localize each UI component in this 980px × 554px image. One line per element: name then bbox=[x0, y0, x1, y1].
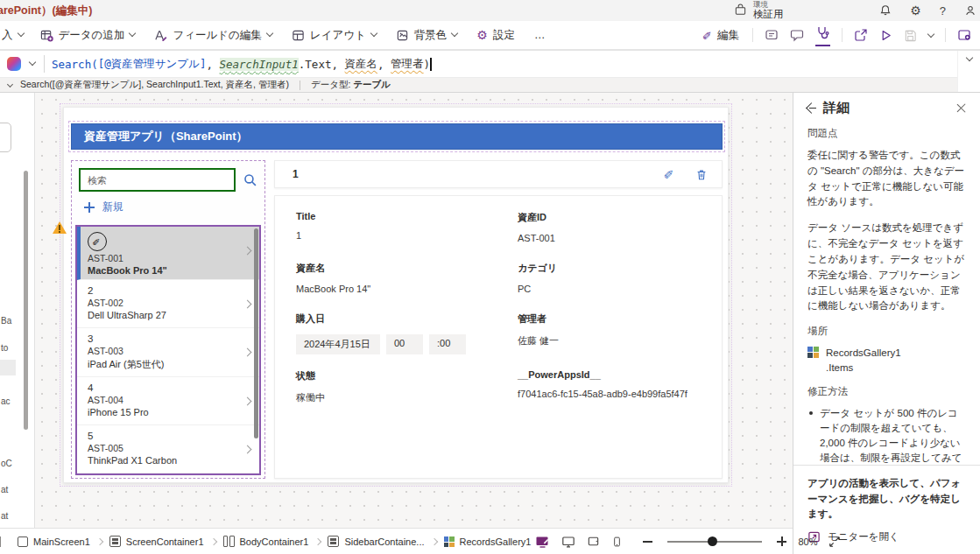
chevron-right-icon bbox=[209, 537, 216, 544]
gallery-item[interactable]: 5 AST-005 ThinkPad X1 Carbon bbox=[77, 425, 259, 473]
edit-mode-label: 編集 bbox=[717, 28, 739, 43]
app-checker-button[interactable] bbox=[815, 25, 830, 45]
publish-icon[interactable] bbox=[957, 28, 971, 42]
search-icon[interactable] bbox=[243, 172, 257, 187]
gallery-item[interactable]: 2 AST-002 Dell UltraSharp 27 bbox=[77, 280, 259, 328]
issue-section-label: 問題点 bbox=[807, 127, 966, 140]
more-icon: … bbox=[534, 29, 546, 41]
command-bar: 入 データの追加 フィールドの編集 レイアウト 背景色 ⚙ 設定 … ✎ 編集 bbox=[0, 21, 980, 50]
gallery-item[interactable]: 4 AST-004 iPhone 15 Pro bbox=[77, 377, 259, 425]
breadcrumb-item-bodycontainer[interactable]: BodyContainer1 bbox=[219, 536, 314, 547]
location-control-name[interactable]: RecordsGallery1 bbox=[826, 346, 901, 361]
new-record-button[interactable]: 新規 bbox=[84, 200, 123, 214]
chevron-down-icon bbox=[17, 30, 24, 37]
tablet-preview-icon[interactable] bbox=[587, 535, 600, 548]
add-data-menu[interactable]: データの追加 bbox=[31, 28, 145, 43]
chevron-right-icon[interactable] bbox=[243, 348, 252, 357]
account-person-icon[interactable] bbox=[964, 4, 976, 17]
formula-bar-expand-button[interactable] bbox=[957, 51, 980, 92]
chevron-down-icon[interactable] bbox=[7, 81, 13, 87]
desktop-preview-icon[interactable] bbox=[561, 535, 575, 549]
breadcrumb-label: BodyContainer1 bbox=[240, 536, 309, 547]
gallery-item-number: 4 bbox=[88, 382, 240, 393]
app-checker-notes-icon[interactable] bbox=[765, 28, 779, 42]
chevron-right-icon[interactable] bbox=[243, 445, 252, 453]
add-data-label: データの追加 bbox=[59, 28, 125, 43]
tree-toggle-fragment[interactable] bbox=[0, 536, 1, 547]
help-icon[interactable]: ? bbox=[940, 4, 946, 18]
background-color-menu[interactable]: 背景色 bbox=[386, 28, 468, 43]
zoom-out-icon[interactable] bbox=[643, 536, 652, 546]
zoom-in-icon[interactable] bbox=[777, 536, 786, 546]
chevron-right-icon[interactable] bbox=[243, 396, 252, 405]
app-header-bar[interactable]: 資産管理アプリ（SharePoint） bbox=[71, 123, 723, 150]
field-value: 1 bbox=[296, 230, 479, 241]
edit-fields-menu[interactable]: フィールドの編集 bbox=[145, 28, 281, 43]
share-icon[interactable] bbox=[854, 28, 868, 42]
zoom-slider-knob[interactable] bbox=[708, 536, 717, 546]
delete-record-trash-icon[interactable] bbox=[695, 168, 708, 181]
record-detail-form[interactable]: Title 1 資産ID AST-001 資産名 MacBook Pro 14"… bbox=[274, 195, 723, 479]
notifications-bell-icon[interactable] bbox=[879, 4, 892, 17]
zoom-slider[interactable] bbox=[667, 541, 762, 543]
formula-token-function: Search( bbox=[52, 58, 98, 71]
breadcrumb-item-mainscreen[interactable]: MainScreen1 bbox=[13, 536, 95, 547]
settings-menu[interactable]: ⚙ 設定 bbox=[467, 28, 525, 43]
gallery-item-selected[interactable]: ✎ AST-001 MacBook Pro 14" bbox=[77, 227, 259, 280]
edit-record-pencil-icon[interactable]: ✎ bbox=[662, 169, 676, 179]
phone-preview-icon[interactable] bbox=[611, 536, 623, 548]
play-preview-icon[interactable] bbox=[879, 29, 892, 42]
layout-menu[interactable]: レイアウト bbox=[282, 28, 386, 43]
save-options-chevron-icon[interactable] bbox=[927, 31, 934, 38]
chevron-right-icon[interactable] bbox=[243, 300, 252, 309]
record-header-card[interactable]: 1 ✎ bbox=[274, 160, 723, 188]
records-gallery[interactable]: ✎ AST-001 MacBook Pro 14" 2 AST-002 Dell… bbox=[75, 225, 261, 475]
left-tree-panel-clipped: Ba to ac oC at at bbox=[0, 93, 35, 528]
tree-label-fragment: at bbox=[1, 485, 8, 494]
settings-gear-icon[interactable]: ⚙ bbox=[910, 4, 921, 17]
hour-input[interactable]: 00 bbox=[386, 334, 423, 354]
gallery-item-asset-id: AST-001 bbox=[88, 253, 240, 263]
gallery-item[interactable]: 3 AST-003 iPad Air (第5世代) bbox=[77, 328, 259, 376]
delegation-warning-icon[interactable] bbox=[53, 221, 67, 234]
date-picker-value[interactable]: 2024年4月15日 bbox=[296, 334, 380, 354]
item-edit-icon[interactable]: ✎ bbox=[88, 232, 107, 251]
form-field-asset-id: 資産ID AST-001 bbox=[518, 211, 701, 262]
environment-picker[interactable]: 環境 検証用 bbox=[734, 1, 784, 20]
sidebar-container[interactable]: 新規 ✎ AST-001 MacBook Pro 14" 2 AST-002 D… bbox=[71, 160, 265, 479]
edit-mode-button[interactable]: ✎ 編集 bbox=[701, 28, 741, 43]
canvas-edit-mode-icon[interactable] bbox=[535, 535, 550, 549]
more-commands-button[interactable]: … bbox=[525, 29, 555, 41]
close-icon[interactable] bbox=[956, 103, 966, 113]
form-field-asset-name: 資産名 MacBook Pro 14" bbox=[296, 262, 479, 312]
chevron-right-icon[interactable] bbox=[243, 247, 252, 256]
location-section-label: 場所 bbox=[807, 325, 966, 338]
tree-label-fragment: Ba bbox=[1, 316, 11, 326]
breadcrumb-item-sidebarcontainer[interactable]: SidebarContaine... bbox=[323, 536, 428, 547]
tree-label-fragment: at bbox=[1, 511, 8, 521]
fit-to-window-icon[interactable] bbox=[828, 536, 841, 548]
formula-input[interactable]: Search([@資産管理サンプル], SearchInput1.Text, 資… bbox=[0, 51, 957, 78]
minute-input[interactable]: :00 bbox=[429, 334, 466, 354]
chevron-down-icon[interactable] bbox=[29, 59, 36, 66]
warning-paragraph: 委任に関する警告です。この数式の "Search" の部分は、大きなデータ セッ… bbox=[807, 148, 966, 210]
formula-token-field: 管理者 bbox=[391, 57, 424, 72]
search-input[interactable] bbox=[79, 168, 236, 192]
datatype-value: テーブル bbox=[353, 79, 391, 89]
environment-caption: 環境 bbox=[753, 1, 784, 9]
divider bbox=[300, 81, 300, 90]
save-icon-disabled bbox=[904, 29, 917, 42]
insert-menu-partial[interactable]: 入 bbox=[0, 28, 31, 43]
panel-scrollbar[interactable] bbox=[24, 171, 28, 430]
chevron-down-icon bbox=[370, 30, 377, 37]
app-screen[interactable]: 資産管理アプリ（SharePoint） 新規 ✎ AST-001 MacBook… bbox=[63, 107, 729, 483]
design-canvas[interactable]: 資産管理アプリ（SharePoint） 新規 ✎ AST-001 MacBook… bbox=[35, 93, 793, 528]
back-arrow-icon[interactable] bbox=[806, 102, 817, 114]
copilot-icon[interactable] bbox=[7, 57, 21, 71]
breadcrumb-item-recordsgallery[interactable]: RecordsGallery1 bbox=[440, 536, 536, 547]
gallery-scrollbar[interactable] bbox=[254, 228, 258, 438]
horizontal-container-icon bbox=[109, 536, 121, 547]
breadcrumb-item-screencontainer[interactable]: ScreenContainer1 bbox=[105, 536, 208, 547]
comments-icon[interactable] bbox=[790, 28, 804, 42]
field-value: AST-001 bbox=[518, 233, 701, 243]
